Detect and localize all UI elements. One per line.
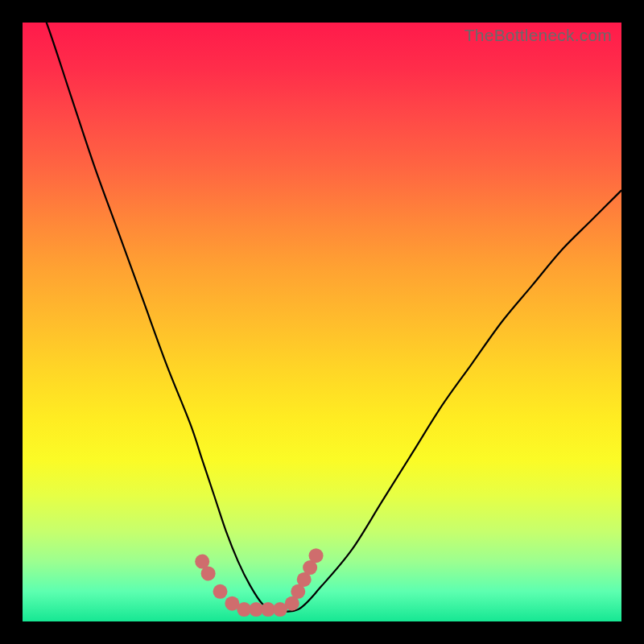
curve-marker — [201, 566, 216, 580]
plot-area: TheBottleneck.com — [23, 23, 621, 621]
bottleneck-curve — [23, 23, 621, 621]
curve-marker — [213, 584, 228, 599]
watermark-text: TheBottleneck.com — [464, 26, 612, 45]
curve-marker — [309, 548, 324, 563]
marker-group — [195, 548, 323, 617]
curve-path — [23, 23, 621, 612]
chart-frame: TheBottleneck.com — [23, 23, 621, 621]
